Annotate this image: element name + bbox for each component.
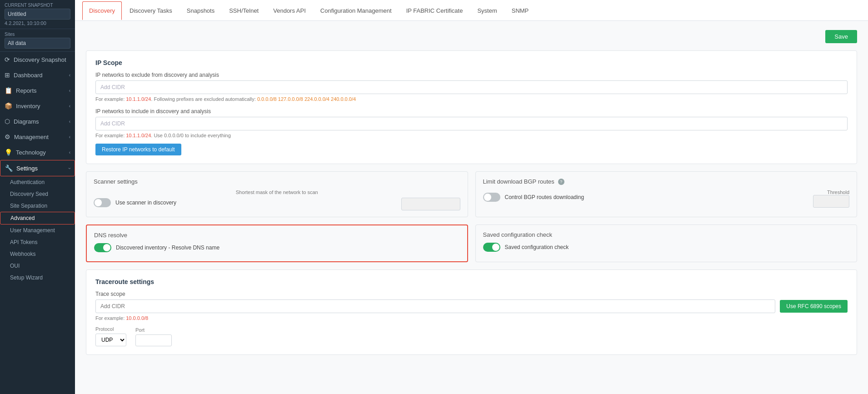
dns-toggle[interactable] [94, 243, 111, 252]
chevron-icon: ‹ [69, 104, 70, 109]
scanner-title: Scanner settings [94, 178, 460, 185]
protocol-select[interactable]: UDP TCP ICMP [95, 334, 126, 346]
chevron-icon: ‹ [69, 119, 70, 124]
sidebar-item-management[interactable]: ⚙ Management ‹ [0, 129, 75, 145]
help-icon[interactable]: ? [558, 179, 564, 185]
sidebar-sub-item-api-tokens[interactable]: API Tokens [0, 236, 75, 248]
sites-section: Sites All data [0, 29, 75, 52]
sidebar-item-label: Dashboard [14, 72, 43, 79]
sidebar-item-label: Management [14, 134, 49, 140]
use-rfc-button[interactable]: Use RFC 6890 scopes [780, 300, 848, 313]
restore-ip-button[interactable]: Restore IP networks to default [95, 144, 181, 155]
saved-config-toggle[interactable] [483, 243, 500, 252]
dns-toggle-thumb [103, 244, 110, 251]
scanner-bgp-row: Scanner settings Shortest mask of the ne… [86, 171, 857, 217]
tab-snapshots[interactable]: Snapshots [180, 1, 221, 20]
auto-exclude-3: 224.0.0.0/4 [304, 96, 329, 102]
grid-icon: ⊞ [5, 71, 10, 79]
tab-vendors-api[interactable]: Vendors API [266, 1, 313, 20]
dns-toggle-label: Discovered inventory - Resolve DNS name [116, 244, 219, 251]
port-input[interactable]: 33434 [135, 334, 172, 346]
protocol-label: Protocol [95, 326, 126, 332]
snapshot-select[interactable]: Untitled [5, 9, 70, 20]
sidebar-item-inventory[interactable]: 📦 Inventory ‹ [0, 98, 75, 114]
save-button[interactable]: Save [825, 30, 857, 43]
inventory-icon: 📦 [5, 102, 12, 110]
sidebar: Current Snapshot Untitled 4.2.2021, 10:1… [0, 0, 75, 394]
sidebar-sub-item-discovery-seed[interactable]: Discovery Seed [0, 188, 75, 200]
tab-ip-fabric-certificate[interactable]: IP FABRIC Certificate [399, 1, 470, 20]
dns-saved-row: DNS resolve Discovered inventory - Resol… [86, 224, 857, 262]
port-group: Port 33434 [135, 327, 172, 346]
sidebar-item-discovery-snapshot[interactable]: ⟳ Discovery Snapshot [0, 52, 75, 67]
exclude-group: IP networks to exclude from discovery an… [95, 72, 848, 102]
trace-scope-label: Trace scope [95, 291, 848, 297]
chevron-icon: ‹ [69, 88, 70, 93]
mask-input[interactable] [401, 198, 460, 210]
bgp-toggle-track [483, 193, 500, 202]
sidebar-item-dashboard[interactable]: ⊞ Dashboard ‹ [0, 67, 75, 83]
exclude-example-main: 10.1.1.0/24 [126, 96, 151, 102]
include-cidr-input[interactable] [95, 117, 848, 130]
sidebar-item-reports[interactable]: 📋 Reports ‹ [0, 83, 75, 98]
sidebar-sub-item-user-management[interactable]: User Management [0, 224, 75, 236]
snapshot-section: Current Snapshot Untitled 4.2.2021, 10:1… [0, 0, 75, 29]
bgp-toggle[interactable] [483, 193, 500, 202]
exclude-cidr-input[interactable] [95, 80, 848, 94]
reports-icon: 📋 [5, 87, 12, 94]
trace-scope-row: Use RFC 6890 scopes [95, 299, 848, 313]
trace-example: For example: 10.0.0.0/8 [95, 315, 848, 321]
traceroute-section: Traceroute settings Trace scope Use RFC … [86, 269, 857, 355]
ip-scope-section: IP Scope IP networks to exclude from dis… [86, 50, 857, 164]
sidebar-item-label: Technology [16, 149, 46, 156]
sidebar-sub-item-authentication[interactable]: Authentication [0, 176, 75, 188]
include-label: IP networks to include in discovery and … [95, 108, 848, 115]
include-example-main: 10.1.1.0/24 [126, 133, 151, 138]
sidebar-item-label: Settings [16, 165, 38, 172]
tab-system[interactable]: System [470, 1, 504, 20]
limit-bgp-section: Limit download BGP routes ? Control BGP … [475, 171, 858, 217]
traceroute-title: Traceroute settings [95, 278, 848, 285]
threshold-input[interactable] [813, 195, 849, 208]
sidebar-item-diagrams[interactable]: ⬡ Diagrams ‹ [0, 114, 75, 129]
tab-discovery[interactable]: Discovery [82, 1, 122, 20]
bgp-toggle-row: Control BGP routes downloading [483, 193, 584, 202]
chevron-icon: ‹ [69, 135, 70, 140]
sites-label: Sites [5, 32, 70, 37]
saved-config-toggle-label: Saved configuration check [505, 244, 569, 250]
tab-snmp[interactable]: SNMP [505, 1, 536, 20]
chevron-icon: ‹ [69, 150, 70, 155]
chevron-icon: ‹ [67, 167, 72, 169]
tab-discovery-tasks[interactable]: Discovery Tasks [123, 1, 179, 20]
sidebar-sub-item-webhooks[interactable]: Webhooks [0, 248, 75, 260]
tab-ssh-telnet[interactable]: SSH/Telnet [222, 1, 265, 20]
scanner-toggle-row: Use scanner in discovery [94, 198, 176, 207]
saved-config-section: Saved configuration check Saved configur… [475, 224, 858, 262]
scanner-toggle-label: Use scanner in discovery [115, 199, 176, 206]
settings-icon: 🔧 [5, 165, 13, 172]
include-group: IP networks to include in discovery and … [95, 108, 848, 138]
technology-icon: 💡 [5, 149, 12, 156]
trace-cidr-input[interactable] [95, 299, 775, 313]
sidebar-item-label: Inventory [16, 103, 40, 110]
snapshot-date: 4.2.2021, 10:10:00 [5, 20, 70, 26]
tab-configuration-management[interactable]: Configuration Management [314, 1, 399, 20]
sidebar-sub-item-oui[interactable]: OUI [0, 260, 75, 272]
scanner-toggle[interactable] [94, 198, 111, 207]
saved-config-title: Saved configuration check [483, 231, 850, 238]
saved-config-toggle-row: Saved configuration check [483, 243, 850, 252]
bgp-toggle-label: Control BGP routes downloading [505, 194, 584, 200]
sidebar-item-technology[interactable]: 💡 Technology ‹ [0, 145, 75, 160]
scanner-settings-section: Scanner settings Shortest mask of the ne… [86, 171, 468, 217]
bgp-title-row: Limit download BGP routes ? [483, 178, 850, 185]
content-header: Save [86, 30, 857, 43]
sidebar-item-label: Diagrams [14, 118, 39, 125]
dns-toggle-track [94, 243, 111, 252]
sidebar-sub-item-advanced[interactable]: Advanced [0, 212, 75, 224]
chevron-icon: ‹ [69, 73, 70, 78]
sidebar-item-settings[interactable]: 🔧 Settings ‹ [0, 160, 75, 176]
exclude-example: For example: 10.1.1.0/24. Following pref… [95, 96, 848, 102]
sidebar-sub-item-site-separation[interactable]: Site Separation [0, 200, 75, 212]
sidebar-sub-item-setup-wizard[interactable]: Setup Wizard [0, 272, 75, 284]
sites-select[interactable]: All data [5, 38, 70, 49]
